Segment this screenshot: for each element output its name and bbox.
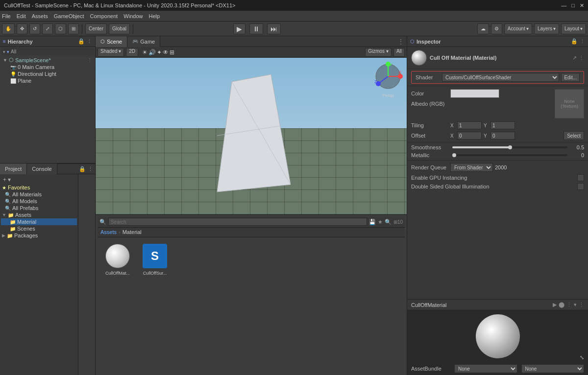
minimize-button[interactable]: — (561, 2, 566, 9)
scene-effects-icon[interactable]: ✦ (157, 49, 162, 56)
project-star-icon[interactable]: ★ (378, 219, 383, 225)
tiling-x-input[interactable] (457, 121, 482, 129)
smoothness-track[interactable] (452, 146, 567, 148)
tool-scale[interactable]: ⤢ (42, 23, 53, 34)
project-add-button[interactable]: + ▾ (3, 176, 11, 183)
inspector-lock-icon[interactable]: 🔒 (571, 38, 578, 45)
asset-culloffmaterial[interactable]: CullOffMat... (100, 240, 135, 278)
preview-lock2-icon[interactable]: ⋮ (579, 302, 584, 308)
tool-transform[interactable]: ⊞ (68, 23, 79, 34)
render-queue-dropdown[interactable]: From Shader (450, 163, 493, 172)
project-save-icon[interactable]: 💾 (369, 219, 376, 225)
tool-rect[interactable]: ⬡ (55, 23, 66, 34)
inspector-menu-icon[interactable]: ⋮ (580, 38, 585, 45)
layout-dropdown[interactable]: Layout ▾ (561, 23, 586, 34)
packages-group[interactable]: ▶ 📁 Packages (1, 232, 77, 239)
hierarchy-lock-icon[interactable]: 🔒 (78, 38, 85, 45)
tool-rotate[interactable]: ↺ (29, 23, 40, 34)
all-prefabs[interactable]: 🔍 All Prefabs (1, 205, 77, 211)
hierarchy-item-maincamera[interactable]: 📷 0 Main Camera (7, 64, 94, 70)
albedo-texture[interactable]: None (Texture) (555, 89, 584, 118)
tab-game[interactable]: 🎮 Game (127, 36, 160, 47)
hierarchy-menu-icon[interactable]: ⋮ (87, 38, 92, 45)
gizmos-button[interactable]: Gizmos ▾ (365, 48, 392, 57)
menu-file[interactable]: File (2, 13, 11, 19)
tiling-x-field: X (450, 121, 482, 129)
menu-window[interactable]: Window (123, 13, 143, 19)
hierarchy-item-plane[interactable]: ⬜ Plane (7, 77, 94, 84)
breadcrumb-material[interactable]: Material (122, 229, 142, 235)
double-sided-checkbox[interactable] (577, 183, 584, 190)
step-button[interactable]: ⏭ (267, 23, 281, 34)
collab-button[interactable]: ☁ (477, 23, 489, 34)
scene-grid-icon[interactable]: ⊞ (170, 49, 174, 56)
material-more-icon[interactable]: ⋮ (579, 55, 584, 61)
maximize-button[interactable]: □ (571, 2, 575, 9)
scene-audio-icon[interactable]: 🔊 (148, 49, 156, 56)
tab-scene[interactable]: ⬡ Scene (96, 36, 127, 47)
preview-sphere-icon[interactable]: ⬤ (559, 302, 564, 308)
tool-move[interactable]: ✥ (17, 23, 27, 34)
center-toggle[interactable]: Center (85, 23, 107, 34)
metallic-row: Metallic 0 (407, 151, 588, 159)
project-tabs: Project Console 🔒 ⋮ (0, 164, 95, 174)
select-button[interactable]: Select (564, 131, 584, 140)
gpu-instancing-checkbox[interactable] (577, 174, 584, 181)
account-dropdown[interactable]: Account ▾ (504, 23, 532, 34)
menu-assets[interactable]: Assets (32, 13, 48, 19)
project-search-input[interactable] (108, 218, 367, 226)
metallic-track[interactable] (452, 154, 567, 156)
shader-edit-button[interactable]: Edit... (561, 73, 580, 82)
asset-bundle-dropdown2[interactable]: None (521, 364, 585, 373)
project-search2-icon[interactable]: 🔍 (385, 219, 392, 225)
all-models[interactable]: 🔍 All Models (1, 198, 77, 205)
preview-expand-icon[interactable]: ⤡ (580, 354, 584, 361)
scene-view[interactable]: X Y Z Persp (96, 58, 407, 214)
hierarchy-item-menu[interactable]: ⋮ (87, 57, 92, 63)
layers-dropdown[interactable]: Layers ▾ (534, 23, 559, 34)
asset-culloffsurface[interactable]: S CullOffSur... (138, 240, 172, 278)
cloud-button[interactable]: ⚙ (491, 23, 502, 34)
hierarchy-item-directionallight[interactable]: 💡 Directional Light (7, 70, 94, 77)
metallic-thumb[interactable] (452, 153, 456, 157)
material-open-icon[interactable]: ↗ (572, 55, 577, 61)
tab-console[interactable]: Console (27, 164, 57, 174)
2d-toggle[interactable]: 2D (126, 48, 138, 57)
assets-group[interactable]: ▼ 📁 Assets (1, 211, 77, 218)
play-button[interactable]: ▶ (233, 23, 245, 34)
scene-lighting-icon[interactable]: ☀ (142, 49, 147, 56)
shader-dropdown[interactable]: Custom/CullOffSurfaceShader (442, 73, 559, 82)
tab-project[interactable]: Project (0, 164, 27, 174)
material-folder[interactable]: ▶ 📁 Material (1, 218, 77, 225)
hierarchy-item-samplescene[interactable]: ▼ ⬡ SampleScene* ⋮ (1, 56, 94, 64)
scenes-folder-icon: 📁 (10, 226, 16, 232)
color-picker[interactable] (450, 89, 499, 98)
smoothness-thumb[interactable] (508, 145, 512, 149)
pause-button[interactable]: ⏸ (249, 23, 263, 34)
offset-y-input[interactable] (490, 132, 515, 140)
scene-all-button[interactable]: All (393, 48, 405, 57)
all-materials[interactable]: 🔍 All Materials (1, 191, 77, 198)
project-lock-icon[interactable]: 🔒 (79, 166, 86, 172)
menu-help[interactable]: Help (148, 13, 160, 19)
preview-play-icon[interactable]: ▶ (553, 302, 557, 308)
asset-bundle-dropdown1[interactable]: None (454, 364, 517, 373)
tiling-y-input[interactable] (490, 121, 515, 129)
project-menu-icon[interactable]: ⋮ (88, 166, 93, 172)
tool-hand[interactable]: ✋ (2, 23, 15, 34)
menu-edit[interactable]: Edit (17, 13, 26, 19)
breadcrumb-assets[interactable]: Assets (100, 229, 117, 235)
offset-x-input[interactable] (457, 132, 482, 140)
scene-more-icon[interactable]: ⋮ (398, 38, 404, 45)
preview-menu2-icon[interactable]: ⋮ (566, 302, 572, 308)
close-button[interactable]: ✕ (580, 2, 584, 9)
global-toggle[interactable]: Global (109, 23, 130, 34)
scenes-folder[interactable]: ▶ 📁 Scenes (1, 225, 77, 232)
scene-gizmo[interactable]: X Y Z Persp (373, 62, 403, 98)
shading-dropdown[interactable]: Shaded ▾ (98, 48, 124, 57)
favorites-group[interactable]: ★ Favorites (1, 184, 77, 191)
scene-hidden-icon[interactable]: 👁 (163, 49, 169, 56)
menu-component[interactable]: Component (90, 13, 118, 19)
menu-gameobject[interactable]: GameObject (54, 13, 84, 19)
preview-more-icon[interactable]: ▾ (574, 302, 577, 308)
